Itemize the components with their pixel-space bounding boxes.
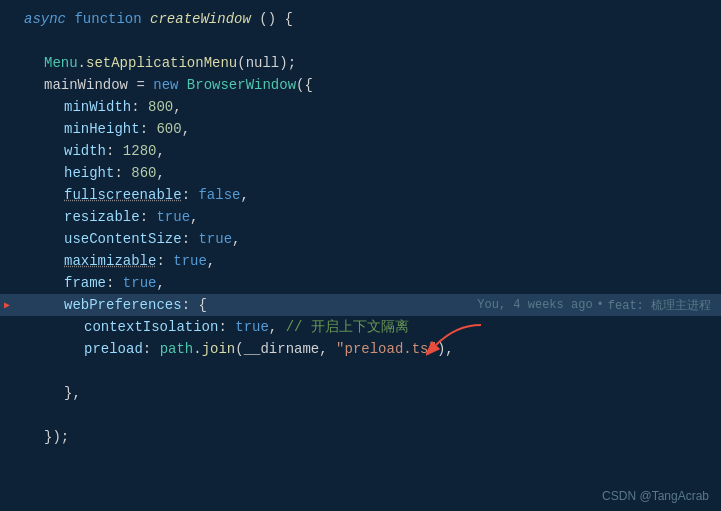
code-editor: async function createWindow () {Menu.set… bbox=[0, 0, 721, 511]
line-content: preload: path.join(__dirname, "preload.t… bbox=[14, 338, 721, 360]
line-content: mainWindow = new BrowserWindow({ bbox=[14, 74, 721, 96]
line-content: }, bbox=[14, 382, 721, 404]
line-content: webPreferences: { bbox=[14, 294, 721, 316]
code-line bbox=[0, 360, 721, 382]
code-line: minHeight: 600, bbox=[0, 118, 721, 140]
code-area: async function createWindow () {Menu.set… bbox=[0, 0, 721, 456]
line-content: fullscreenable: false, bbox=[14, 184, 721, 206]
line-gutter: ▶ bbox=[0, 299, 14, 311]
line-content: async function createWindow () { bbox=[14, 8, 721, 30]
code-line: }, bbox=[0, 382, 721, 404]
code-line: ▶webPreferences: {You, 4 weeks ago•feat:… bbox=[0, 294, 721, 316]
line-content: useContentSize: true, bbox=[14, 228, 721, 250]
code-line: frame: true, bbox=[0, 272, 721, 294]
line-content: minWidth: 800, bbox=[14, 96, 721, 118]
code-line: maximizable: true, bbox=[0, 250, 721, 272]
line-content: resizable: true, bbox=[14, 206, 721, 228]
line-content: minHeight: 600, bbox=[14, 118, 721, 140]
code-line: contextIsolation: true, // 开启上下文隔离 bbox=[0, 316, 721, 338]
code-line: mainWindow = new BrowserWindow({ bbox=[0, 74, 721, 96]
arrow-icon bbox=[426, 320, 486, 360]
code-line: preload: path.join(__dirname, "preload.t… bbox=[0, 338, 721, 360]
code-line bbox=[0, 30, 721, 52]
code-line: useContentSize: true, bbox=[0, 228, 721, 250]
code-line: minWidth: 800, bbox=[0, 96, 721, 118]
code-line bbox=[0, 404, 721, 426]
code-line: fullscreenable: false, bbox=[0, 184, 721, 206]
line-content: Menu.setApplicationMenu(null); bbox=[14, 52, 721, 74]
line-content: }); bbox=[14, 426, 721, 448]
line-content: width: 1280, bbox=[14, 140, 721, 162]
line-content: frame: true, bbox=[14, 272, 721, 294]
code-line: width: 1280, bbox=[0, 140, 721, 162]
line-content: contextIsolation: true, // 开启上下文隔离 bbox=[14, 316, 721, 338]
code-line: async function createWindow () { bbox=[0, 8, 721, 30]
code-line: Menu.setApplicationMenu(null); bbox=[0, 52, 721, 74]
watermark: CSDN @TangAcrab bbox=[602, 489, 709, 503]
code-line: resizable: true, bbox=[0, 206, 721, 228]
code-line: height: 860, bbox=[0, 162, 721, 184]
line-content: height: 860, bbox=[14, 162, 721, 184]
line-content: maximizable: true, bbox=[14, 250, 721, 272]
code-line: }); bbox=[0, 426, 721, 448]
